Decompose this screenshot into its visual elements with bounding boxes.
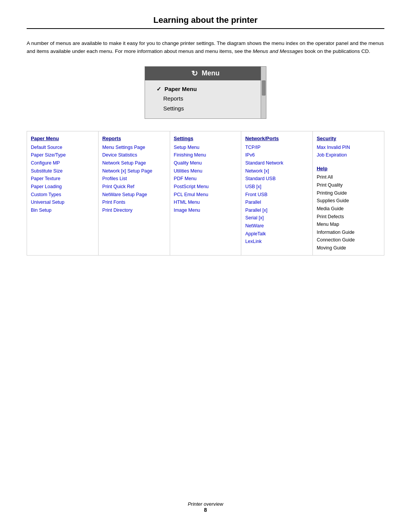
col-settings-item-1[interactable]: Finishing Menu — [174, 151, 237, 159]
col-help-header: Help — [317, 165, 380, 173]
menu-arrow-icon: ↺ — [191, 69, 199, 79]
menu-item-reports-label: Reports — [163, 95, 183, 102]
col-network-item-2[interactable]: Standard Network — [245, 159, 309, 167]
col-settings-header: Settings — [174, 134, 237, 142]
col-paper-item-2[interactable]: Configure MP — [31, 159, 94, 167]
col-network-item-6[interactable]: Front USB — [245, 191, 309, 199]
scrollbar — [261, 67, 266, 119]
menu-item-settings: Settings — [156, 104, 260, 113]
col-settings-item-4[interactable]: PDF Menu — [174, 175, 237, 183]
col-network-item-0[interactable]: TCP/IP — [245, 144, 309, 152]
col-reports-item-1[interactable]: Device Statistics — [102, 151, 166, 159]
footer-label: Printer overview — [0, 501, 411, 507]
col-network-item-8[interactable]: Parallel [x] — [245, 206, 309, 214]
col-reports-item-6[interactable]: NetWare Setup Page — [102, 191, 166, 199]
page: Learning about the printer A number of m… — [0, 0, 411, 532]
col-network-ports-header: Network/Ports — [245, 134, 309, 142]
menu-item-paper-label: Paper Menu — [164, 86, 197, 92]
col-settings-item-3[interactable]: Utilities Menu — [174, 167, 237, 175]
col-help-item-5[interactable]: Print Defects — [317, 213, 380, 221]
intro-text-end: book on the publications CD. — [303, 48, 370, 54]
col-settings-item-0[interactable]: Setup Menu — [174, 144, 237, 152]
col-network-item-7[interactable]: Parallel — [245, 198, 309, 206]
col-help-item-7[interactable]: Information Guide — [317, 228, 380, 236]
checkmark-icon: ✓ — [156, 86, 161, 92]
col-paper-item-1[interactable]: Paper Size/Type — [31, 151, 94, 159]
col-paper-menu: Paper Menu Default Source Paper Size/Typ… — [27, 131, 99, 255]
col-security-item-1[interactable]: Job Expiration — [317, 151, 380, 159]
scroll-thumb — [262, 80, 266, 96]
col-paper-item-6[interactable]: Custom Types — [31, 191, 94, 199]
col-reports-item-2[interactable]: Network Setup Page — [102, 159, 166, 167]
menu-box: ↺ Menu ✓ Paper Menu Reports Settings — [145, 66, 266, 119]
col-help-item-9[interactable]: Moving Guide — [317, 244, 380, 252]
menu-items: ✓ Paper Menu Reports Settings — [145, 80, 266, 119]
menu-item-settings-label: Settings — [163, 105, 184, 112]
col-help-item-2[interactable]: Printing Guide — [317, 189, 380, 197]
col-reports-item-0[interactable]: Menu Settings Page — [102, 144, 166, 152]
footer: Printer overview 8 — [0, 501, 411, 513]
intro-paragraph: A number of menus are available to make … — [27, 40, 384, 56]
col-reports-item-7[interactable]: Print Fonts — [102, 198, 166, 206]
col-help-item-8[interactable]: Connection Guide — [317, 236, 380, 244]
columns-container: Paper Menu Default Source Paper Size/Typ… — [27, 131, 384, 255]
footer-page: 8 — [0, 507, 411, 513]
col-network-item-9[interactable]: Serial [x] — [245, 214, 309, 222]
col-reports-header: Reports — [102, 134, 166, 142]
col-reports-item-4[interactable]: Profiles List — [102, 175, 166, 183]
col-network-item-11[interactable]: AppleTalk — [245, 230, 309, 238]
col-network-item-10[interactable]: NetWare — [245, 222, 309, 230]
col-network-item-3[interactable]: Network [x] — [245, 167, 309, 175]
col-security-header: Security — [317, 134, 380, 142]
col-network-item-5[interactable]: USB [x] — [245, 183, 309, 191]
col-help-item-6[interactable]: Menu Map — [317, 220, 380, 228]
col-paper-item-3[interactable]: Substitute Size — [31, 167, 94, 175]
menu-item-reports: Reports — [156, 94, 260, 104]
col-settings-item-6[interactable]: PCL Emul Menu — [174, 191, 237, 199]
col-paper-item-4[interactable]: Paper Texture — [31, 175, 94, 183]
col-settings-item-8[interactable]: Image Menu — [174, 206, 237, 214]
col-help-item-3[interactable]: Supplies Guide — [317, 197, 380, 205]
menu-item-paper: ✓ Paper Menu — [156, 84, 260, 94]
col-security-help: Security Max Invalid PIN Job Expiration … — [313, 131, 384, 255]
col-paper-item-0[interactable]: Default Source — [31, 144, 94, 152]
title-divider — [27, 28, 384, 29]
col-paper-item-7[interactable]: Universal Setup — [31, 198, 94, 206]
menu-title: Menu — [202, 69, 220, 77]
col-security-item-0[interactable]: Max Invalid PIN — [317, 144, 380, 152]
menu-diagram: ↺ Menu ✓ Paper Menu Reports Settings — [27, 66, 384, 119]
col-help-item-0[interactable]: Print All — [317, 173, 380, 181]
col-settings-item-5[interactable]: PostScript Menu — [174, 183, 237, 191]
col-paper-item-5[interactable]: Paper Loading — [31, 183, 94, 191]
col-reports-item-8[interactable]: Print Directory — [102, 206, 166, 214]
col-reports: Reports Menu Settings Page Device Statis… — [99, 131, 170, 255]
intro-italic: Menus and Messages — [253, 48, 303, 54]
col-network-item-1[interactable]: IPv6 — [245, 151, 309, 159]
menu-header: ↺ Menu — [145, 67, 266, 80]
col-network-ports: Network/Ports TCP/IP IPv6 Standard Netwo… — [241, 131, 313, 255]
col-paper-item-8[interactable]: Bin Setup — [31, 206, 94, 214]
page-title: Learning about the printer — [27, 15, 384, 25]
col-settings-item-7[interactable]: HTML Menu — [174, 198, 237, 206]
col-network-item-12[interactable]: LexLink — [245, 238, 309, 246]
col-help-item-4[interactable]: Media Guide — [317, 205, 380, 213]
col-settings-item-2[interactable]: Quality Menu — [174, 159, 237, 167]
col-help-item-1[interactable]: Print Quality — [317, 181, 380, 189]
col-network-item-4[interactable]: Standard USB — [245, 175, 309, 183]
col-reports-item-3[interactable]: Network [x] Setup Page — [102, 167, 166, 175]
col-reports-item-5[interactable]: Print Quick Ref — [102, 183, 166, 191]
col-settings: Settings Setup Menu Finishing Menu Quali… — [170, 131, 242, 255]
col-paper-menu-header: Paper Menu — [31, 134, 94, 142]
